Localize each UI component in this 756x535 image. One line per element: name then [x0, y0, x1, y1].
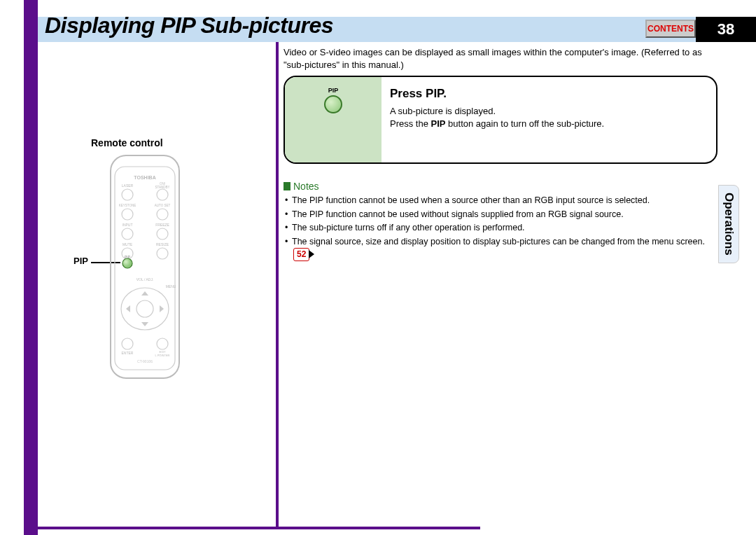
note-item-text: The signal source, size and display posi…: [292, 237, 705, 246]
instruction-panel: PIP Press PIP. A sub-picture is displaye…: [284, 76, 718, 164]
page-number: 38: [696, 17, 756, 42]
note-item: The PIP function cannot be used without …: [284, 209, 718, 221]
page-ref-link[interactable]: 52: [293, 248, 309, 261]
svg-point-2: [122, 189, 133, 200]
remote-brand: TOSHIBA: [134, 175, 155, 180]
svg-marker-26: [141, 322, 148, 326]
note-item: The signal source, size and display posi…: [284, 236, 718, 261]
svg-text:STANDBY: STANDBY: [155, 186, 170, 189]
svg-text:KEYSTONE: KEYSTONE: [119, 204, 136, 207]
notes-heading: Notes: [284, 181, 718, 192]
remote-label: Remote control: [91, 137, 163, 148]
pip-button-label: PIP: [328, 87, 339, 94]
instruction-line2-post: button again to turn off the sub-picture…: [446, 118, 605, 129]
svg-text:INPUT: INPUT: [122, 223, 133, 227]
svg-text:VOL / ADJ.: VOL / ADJ.: [136, 277, 154, 282]
svg-text:L POINTER: L POINTER: [155, 354, 170, 357]
instruction-line2-bold: PIP: [431, 118, 446, 129]
instruction-line2-pre: Press the: [390, 118, 431, 129]
decorative-bar: [276, 42, 279, 529]
instruction-text: Press PIP. A sub-picture is displayed. P…: [390, 85, 705, 130]
svg-marker-25: [141, 291, 148, 296]
remote-control-diagram: TOSHIBA LASER ON/ STANDBY KEYSTONE AUTO …: [106, 151, 183, 382]
svg-point-7: [122, 209, 133, 220]
decorative-bar: [24, 0, 38, 42]
notes-heading-text: Notes: [293, 181, 319, 192]
decorative-bar: [24, 42, 38, 535]
arrow-icon: [309, 250, 314, 258]
pip-callout-label: PIP: [74, 256, 88, 266]
svg-marker-27: [126, 305, 130, 312]
notes-list: The PIP function cannot be used when a s…: [284, 195, 718, 261]
svg-point-24: [136, 300, 153, 317]
note-item: The PIP function cannot be used when a s…: [284, 195, 718, 207]
svg-point-20: [122, 258, 132, 268]
svg-text:CT-90106: CT-90106: [137, 359, 153, 363]
svg-text:AUTO SET: AUTO SET: [155, 204, 171, 207]
svg-text:FREEZE: FREEZE: [155, 223, 169, 227]
notes-section: Notes The PIP function cannot be used wh…: [284, 181, 718, 263]
contents-button[interactable]: CONTENTS: [645, 20, 696, 38]
svg-point-11: [122, 228, 133, 239]
svg-point-9: [157, 209, 168, 220]
section-tab: Operations: [718, 185, 739, 263]
decorative-bar: [24, 527, 480, 529]
svg-point-31: [157, 338, 168, 349]
note-item: The sub-picture turns off if any other o…: [284, 222, 718, 235]
svg-text:RESIZE: RESIZE: [156, 242, 169, 246]
svg-point-4: [157, 189, 168, 200]
book-icon: [284, 182, 290, 190]
svg-marker-28: [160, 305, 164, 312]
instruction-button-visual: PIP: [285, 77, 382, 162]
svg-point-13: [157, 228, 168, 239]
instruction-heading: Press PIP.: [390, 85, 705, 102]
pip-button-icon: [324, 95, 342, 113]
svg-text:MENU: MENU: [166, 284, 176, 289]
svg-text:ENTER: ENTER: [122, 351, 134, 355]
svg-point-17: [157, 248, 168, 259]
instruction-line1: A sub-picture is displayed.: [390, 105, 705, 118]
svg-text:LASER: LASER: [122, 183, 134, 188]
svg-point-29: [122, 338, 133, 349]
instruction-line2: Press the PIP button again to turn off t…: [390, 118, 705, 130]
page-title: Displaying PIP Sub-pictures: [45, 13, 333, 39]
svg-text:MUTE: MUTE: [122, 242, 133, 246]
intro-paragraph: Video or S-video images can be displayed…: [284, 46, 704, 71]
